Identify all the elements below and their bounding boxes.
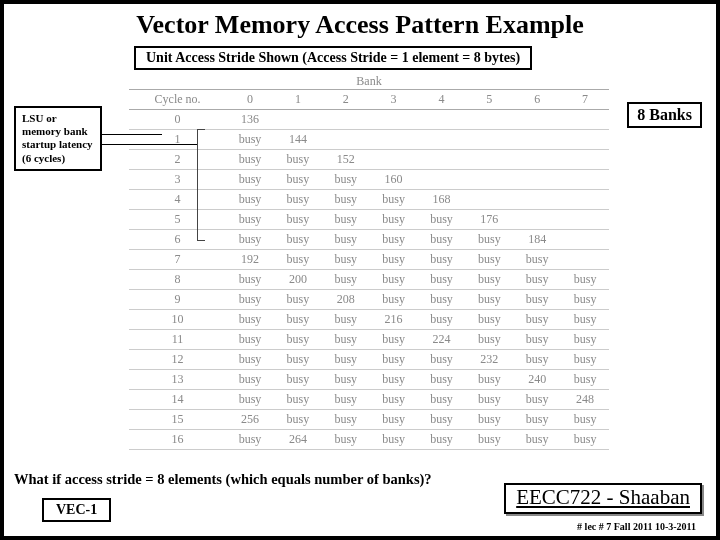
page-title: Vector Memory Access Pattern Example	[4, 10, 716, 40]
bank-cell: busy	[274, 370, 322, 390]
bank-cell: busy	[465, 270, 513, 290]
bank-cell: 152	[322, 150, 370, 170]
cycle-cell: 0	[129, 110, 226, 130]
col-header: 0	[226, 90, 274, 110]
bank-cell	[322, 110, 370, 130]
bank-cell: busy	[513, 430, 561, 450]
table-row: 12busybusybusybusybusy232busybusy	[129, 350, 609, 370]
bank-cell: busy	[418, 370, 466, 390]
bank-cell	[513, 110, 561, 130]
bank-cell: busy	[370, 430, 418, 450]
bank-cell: busy	[561, 270, 609, 290]
bank-cell	[418, 130, 466, 150]
bank-cell: busy	[274, 170, 322, 190]
table-row: 13busybusybusybusybusybusy240busy	[129, 370, 609, 390]
table-row: 9busybusy208busybusybusybusybusy	[129, 290, 609, 310]
bank-cell: busy	[226, 350, 274, 370]
bank-cell: busy	[418, 230, 466, 250]
bank-cell	[561, 230, 609, 250]
bank-cell: busy	[226, 330, 274, 350]
table-row: 15256busybusybusybusybusybusybusy	[129, 410, 609, 430]
bank-cell: busy	[418, 410, 466, 430]
bank-cell: 200	[274, 270, 322, 290]
bank-cell: busy	[418, 390, 466, 410]
bank-cell: busy	[418, 430, 466, 450]
cycle-cell: 8	[129, 270, 226, 290]
bank-cell: busy	[561, 290, 609, 310]
bank-cell	[418, 150, 466, 170]
bank-cell	[465, 170, 513, 190]
table-row: 14busybusybusybusybusybusybusy248	[129, 390, 609, 410]
bank-cell	[513, 130, 561, 150]
bank-cell: busy	[322, 310, 370, 330]
bank-cell: 256	[226, 410, 274, 430]
cycle-cell: 13	[129, 370, 226, 390]
bank-cell: busy	[561, 330, 609, 350]
bank-cell	[370, 150, 418, 170]
bank-cell: busy	[370, 230, 418, 250]
cycle-cell: 3	[129, 170, 226, 190]
latency-bracket	[197, 129, 205, 241]
bank-cell: busy	[418, 290, 466, 310]
bank-cell	[513, 150, 561, 170]
bank-cell: busy	[370, 330, 418, 350]
col-header: 1	[274, 90, 322, 110]
bank-cell: 176	[465, 210, 513, 230]
bank-cell	[465, 190, 513, 210]
bank-cell: busy	[322, 230, 370, 250]
bank-cell: busy	[274, 150, 322, 170]
bank-cell: busy	[274, 190, 322, 210]
bank-cell: busy	[465, 370, 513, 390]
bank-cell: busy	[465, 230, 513, 250]
cycle-cell: 7	[129, 250, 226, 270]
bank-cell: 192	[226, 250, 274, 270]
bank-cell: busy	[465, 430, 513, 450]
cycle-cell: 12	[129, 350, 226, 370]
bank-cell: busy	[322, 350, 370, 370]
bank-cell: busy	[370, 390, 418, 410]
col-header: 4	[418, 90, 466, 110]
bank-cell: 168	[418, 190, 466, 210]
bank-cell: busy	[322, 190, 370, 210]
bank-cell: busy	[370, 350, 418, 370]
bank-cell: 144	[274, 130, 322, 150]
table-row: 11busybusybusybusy224busybusybusy	[129, 330, 609, 350]
bank-cell: busy	[226, 150, 274, 170]
table-row: 7192busybusybusybusybusybusy	[129, 250, 609, 270]
col-header: 3	[370, 90, 418, 110]
bank-cell: 264	[274, 430, 322, 450]
bank-cell: busy	[561, 410, 609, 430]
bank-cell	[513, 190, 561, 210]
bank-cell: busy	[226, 390, 274, 410]
bank-cell: busy	[465, 390, 513, 410]
col-header: 2	[322, 90, 370, 110]
cycle-cell: 10	[129, 310, 226, 330]
vec-label-box: VEC-1	[42, 498, 111, 522]
bank-cell: busy	[322, 370, 370, 390]
bank-cell: busy	[370, 410, 418, 430]
bank-cell: busy	[226, 430, 274, 450]
bank-cell: busy	[322, 390, 370, 410]
cycle-cell: 1	[129, 130, 226, 150]
bank-cell: 240	[513, 370, 561, 390]
bank-cell: busy	[226, 170, 274, 190]
bank-cell: busy	[465, 290, 513, 310]
cycle-header: Cycle no.	[129, 90, 226, 110]
question-text: What if access stride = 8 elements (whic…	[14, 471, 432, 488]
bank-cell: busy	[370, 370, 418, 390]
bank-cell: 160	[370, 170, 418, 190]
cycle-cell: 4	[129, 190, 226, 210]
bank-header-label: Bank	[129, 74, 609, 89]
bank-cell: busy	[513, 390, 561, 410]
subtitle-box: Unit Access Stride Shown (Access Stride …	[134, 46, 532, 70]
bank-cell: busy	[418, 350, 466, 370]
table-row: 16busy264busybusybusybusybusybusy	[129, 430, 609, 450]
bank-cell: busy	[274, 410, 322, 430]
bank-cell: busy	[418, 310, 466, 330]
bank-cell: busy	[274, 250, 322, 270]
bank-cell: busy	[274, 390, 322, 410]
bank-cell: busy	[465, 250, 513, 270]
bank-cell: busy	[465, 330, 513, 350]
banks-label-box: 8 Banks	[627, 102, 702, 128]
table-header-row: Cycle no. 0 1 2 3 4 5 6 7	[129, 90, 609, 110]
